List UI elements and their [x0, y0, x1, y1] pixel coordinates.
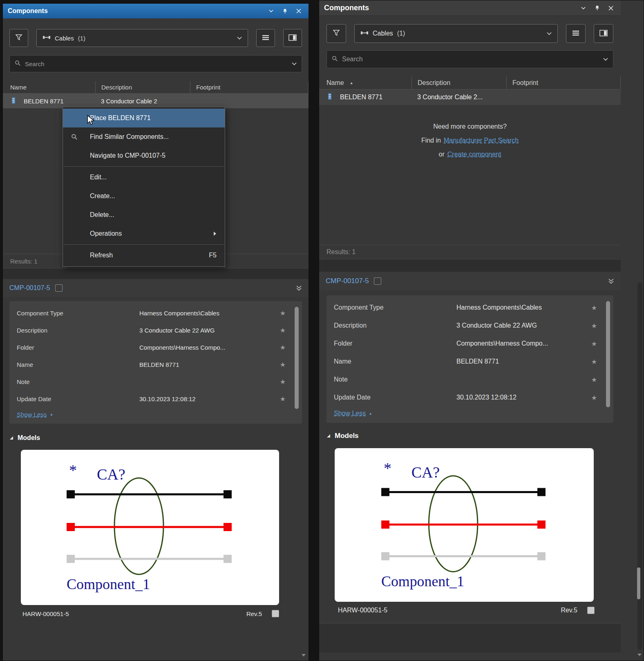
model-preview[interactable]: * CA? Component_1 — [335, 448, 594, 602]
search-dropdown-chevron-icon[interactable] — [292, 62, 297, 65]
scroll-down-arrow-icon[interactable] — [637, 651, 642, 658]
menu-item-refresh[interactable]: RefreshF5 — [63, 246, 225, 265]
star-icon[interactable]: ★ — [586, 394, 597, 402]
collapse-double-chevron-icon[interactable] — [296, 285, 302, 291]
property-row: Note★ — [334, 371, 597, 389]
property-row: Update Date30.10.2023 12:08:12★ — [17, 390, 286, 407]
model-revision: Rev.5 — [561, 607, 577, 614]
search-input[interactable] — [342, 56, 599, 63]
menu-item-delete[interactable]: Delete... — [63, 205, 225, 224]
star-icon[interactable]: ★ — [586, 358, 597, 366]
schematic-asterisk: * — [384, 460, 391, 477]
panel-layout-button[interactable] — [283, 29, 302, 47]
menu-item-edit[interactable]: Edit... — [63, 168, 225, 187]
category-count: (1) — [78, 35, 85, 42]
revision-checkbox[interactable] — [587, 607, 595, 614]
star-icon[interactable]: ★ — [275, 326, 286, 334]
panel-titlebar: Components — [3, 4, 309, 18]
property-value: 3 Conductor Cable 22 AWG — [456, 322, 586, 329]
property-value: 30.10.2023 12:08:12 — [139, 395, 275, 402]
property-value: 3 Conductor Cable 22 AWG — [139, 327, 275, 334]
column-header-name[interactable]: Name — [3, 81, 95, 93]
property-label: Folder — [334, 340, 456, 347]
component-row[interactable]: BELDEN 8771 3 Conductor Cable 2 — [3, 94, 309, 108]
menu-item-navigate[interactable]: Navigate to CMP-00107-5 — [63, 146, 225, 165]
close-icon[interactable] — [294, 7, 304, 16]
split-layout-icon — [288, 34, 297, 42]
component-row[interactable]: BELDEN 8771 3 Conductor Cable 2... — [319, 89, 621, 105]
list-view-button[interactable] — [256, 29, 275, 47]
component-checkbox[interactable] — [55, 284, 63, 292]
mouse-cursor-icon — [87, 115, 94, 125]
collapse-double-chevron-icon[interactable] — [608, 278, 614, 284]
search-input[interactable] — [25, 60, 288, 67]
close-icon[interactable] — [606, 4, 616, 13]
panel-scrollbar-thumb[interactable] — [637, 567, 640, 599]
search-box[interactable] — [326, 50, 613, 68]
filter-button[interactable] — [9, 29, 28, 47]
properties-scrollbar[interactable] — [295, 307, 299, 409]
empty-state-title: Need more components? — [319, 120, 621, 134]
panel-titlebar: Components — [319, 0, 621, 16]
table-header: Name Description Footprint — [3, 81, 309, 94]
category-dropdown[interactable]: Cables (1) — [36, 29, 248, 47]
menu-item-find-similar[interactable]: Find Similar Components... — [63, 127, 225, 146]
menu-shortcut: F5 — [209, 252, 217, 259]
component-icon — [10, 97, 16, 105]
show-less-link[interactable]: Show Less▲ — [17, 407, 286, 421]
column-header-description[interactable]: Description — [95, 81, 190, 93]
filter-button[interactable] — [326, 24, 346, 43]
pin-icon[interactable] — [280, 7, 290, 16]
manufacturer-part-search-link[interactable]: Manufacturer Part Search — [444, 134, 519, 147]
component-checkbox[interactable] — [374, 277, 381, 285]
component-id-link[interactable]: CMP-00107-5 — [9, 284, 50, 292]
list-empty-area: Need more components? Find inManufacture… — [319, 105, 621, 245]
star-icon[interactable]: ★ — [275, 361, 286, 368]
schematic-label: Component_1 — [67, 576, 150, 592]
property-row: Note★ — [17, 373, 286, 390]
panel-title: Components — [324, 4, 369, 12]
panel-layout-button[interactable] — [594, 24, 613, 43]
property-label: Description — [17, 327, 139, 334]
star-icon[interactable]: ★ — [275, 378, 286, 386]
component-id-link[interactable]: CMP-00107-5 — [326, 277, 369, 285]
revision-checkbox[interactable] — [272, 610, 279, 617]
star-icon[interactable]: ★ — [586, 304, 597, 312]
star-icon[interactable]: ★ — [586, 340, 597, 348]
schematic-designator: CA? — [97, 466, 125, 483]
menu-item-operations[interactable]: Operations — [63, 224, 225, 243]
model-preview[interactable]: * CA? Component_1 — [21, 450, 279, 605]
create-component-link[interactable]: Create component — [447, 147, 501, 161]
pin-icon[interactable] — [592, 4, 602, 13]
search-dropdown-chevron-icon[interactable] — [603, 58, 608, 61]
panel-menu-chevron-icon[interactable] — [266, 7, 276, 16]
search-box[interactable] — [9, 55, 302, 72]
category-dropdown[interactable]: Cables (1) — [354, 24, 558, 43]
models-section-header[interactable]: Models — [326, 432, 621, 440]
column-header-footprint[interactable]: Footprint — [190, 81, 309, 93]
panel-scrollbar-track[interactable] — [637, 282, 642, 650]
scroll-down-arrow-icon[interactable] — [301, 651, 306, 658]
star-icon[interactable]: ★ — [586, 376, 597, 384]
column-header-footprint[interactable]: Footprint — [506, 76, 621, 89]
show-less-link[interactable]: Show Less▲ — [334, 406, 597, 420]
model-footer: HARW-000051-5 Rev.5 — [22, 610, 279, 617]
menu-item-create[interactable]: Create... — [63, 187, 225, 205]
cable-icon — [42, 34, 51, 42]
chevron-down-icon — [547, 32, 552, 35]
panel-title: Components — [8, 7, 48, 15]
star-icon[interactable]: ★ — [586, 322, 597, 330]
search-icon — [15, 60, 21, 67]
list-view-button[interactable] — [566, 24, 586, 43]
panel-menu-chevron-icon[interactable] — [578, 4, 588, 13]
details-header: CMP-00107-5 — [3, 279, 309, 297]
property-label: Component Type — [334, 304, 456, 311]
column-header-name[interactable]: Name▲ — [319, 76, 411, 89]
star-icon[interactable]: ★ — [275, 395, 286, 403]
models-section-header[interactable]: Models — [9, 434, 309, 442]
star-icon[interactable]: ★ — [275, 309, 286, 317]
star-icon[interactable]: ★ — [275, 344, 286, 351]
column-header-description[interactable]: Description — [411, 76, 506, 89]
properties-scrollbar[interactable] — [606, 301, 610, 407]
schematic-asterisk: * — [69, 462, 77, 479]
